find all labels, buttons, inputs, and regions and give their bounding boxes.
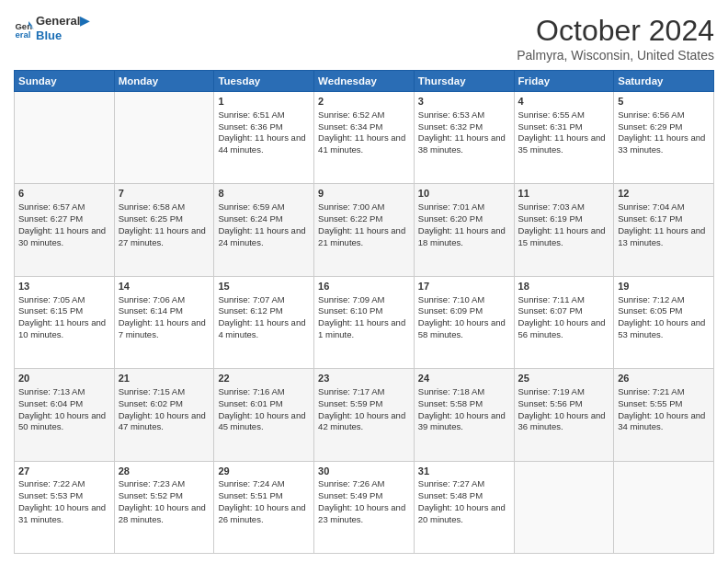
calendar-week-row: 27Sunrise: 7:22 AMSunset: 5:53 PMDayligh… <box>15 461 714 553</box>
weekday-header: Wednesday <box>314 71 415 92</box>
calendar-cell: 25Sunrise: 7:19 AMSunset: 5:56 PMDayligh… <box>514 369 614 461</box>
day-number: 1 <box>218 95 310 109</box>
daylight-text: Daylight: 10 hours and 47 minutes. <box>119 410 210 434</box>
sunset-text: Sunset: 6:36 PM <box>218 121 310 133</box>
logo: Gen eral General▶ Blue <box>14 14 89 42</box>
sunrise-text: Sunrise: 6:51 AM <box>218 109 310 121</box>
calendar-cell: 31Sunrise: 7:27 AMSunset: 5:48 PMDayligh… <box>414 461 514 553</box>
sunset-text: Sunset: 5:48 PM <box>418 490 510 502</box>
daylight-text: Daylight: 10 hours and 23 minutes. <box>318 502 410 526</box>
logo-text: General▶ Blue <box>36 14 89 42</box>
calendar-cell: 5Sunrise: 6:56 AMSunset: 6:29 PMDaylight… <box>614 92 714 184</box>
sunrise-text: Sunrise: 7:06 AM <box>119 294 210 306</box>
day-number: 3 <box>418 95 510 109</box>
calendar-cell: 12Sunrise: 7:04 AMSunset: 6:17 PMDayligh… <box>614 184 714 276</box>
sunrise-text: Sunrise: 6:58 AM <box>119 201 210 213</box>
day-number: 29 <box>218 465 310 478</box>
svg-text:eral: eral <box>15 29 30 38</box>
sunset-text: Sunset: 6:24 PM <box>218 213 310 225</box>
day-number: 18 <box>518 280 610 293</box>
sunrise-text: Sunrise: 7:11 AM <box>518 294 610 306</box>
sunset-text: Sunset: 6:14 PM <box>119 305 210 317</box>
sunset-text: Sunset: 5:59 PM <box>318 398 410 410</box>
sunset-text: Sunset: 6:20 PM <box>418 213 510 225</box>
sunset-text: Sunset: 6:22 PM <box>318 213 410 225</box>
day-number: 12 <box>618 187 710 201</box>
day-number: 30 <box>318 465 410 478</box>
sunrise-text: Sunrise: 7:15 AM <box>119 386 210 398</box>
sunrise-text: Sunrise: 7:24 AM <box>218 478 310 490</box>
sunrise-text: Sunrise: 7:26 AM <box>318 478 410 490</box>
sunset-text: Sunset: 6:25 PM <box>119 213 210 225</box>
sunset-text: Sunset: 5:51 PM <box>218 490 310 502</box>
sunset-text: Sunset: 6:17 PM <box>618 213 710 225</box>
calendar-cell: 29Sunrise: 7:24 AMSunset: 5:51 PMDayligh… <box>214 461 314 553</box>
sunrise-text: Sunrise: 6:53 AM <box>418 109 510 121</box>
daylight-text: Daylight: 10 hours and 36 minutes. <box>518 410 610 434</box>
daylight-text: Daylight: 11 hours and 1 minute. <box>318 317 410 341</box>
calendar-cell: 26Sunrise: 7:21 AMSunset: 5:55 PMDayligh… <box>614 369 714 461</box>
sunset-text: Sunset: 5:55 PM <box>618 398 710 410</box>
daylight-text: Daylight: 10 hours and 56 minutes. <box>518 317 610 341</box>
daylight-text: Daylight: 10 hours and 28 minutes. <box>119 502 210 526</box>
day-number: 14 <box>119 280 210 293</box>
day-number: 17 <box>418 280 510 293</box>
sunrise-text: Sunrise: 7:10 AM <box>418 294 510 306</box>
daylight-text: Daylight: 11 hours and 27 minutes. <box>119 225 210 249</box>
calendar-cell: 17Sunrise: 7:10 AMSunset: 6:09 PMDayligh… <box>414 276 514 368</box>
day-number: 27 <box>18 465 110 478</box>
sunset-text: Sunset: 6:01 PM <box>218 398 310 410</box>
day-number: 24 <box>418 372 510 385</box>
calendar-cell: 19Sunrise: 7:12 AMSunset: 6:05 PMDayligh… <box>614 276 714 368</box>
weekday-header: Tuesday <box>214 71 314 92</box>
sunrise-text: Sunrise: 6:52 AM <box>318 109 410 121</box>
calendar-cell: 14Sunrise: 7:06 AMSunset: 6:14 PMDayligh… <box>114 276 214 368</box>
daylight-text: Daylight: 11 hours and 13 minutes. <box>618 225 710 249</box>
sunrise-text: Sunrise: 7:01 AM <box>418 201 510 213</box>
sunset-text: Sunset: 6:29 PM <box>618 121 710 133</box>
sunrise-text: Sunrise: 6:55 AM <box>518 109 610 121</box>
daylight-text: Daylight: 10 hours and 39 minutes. <box>418 410 510 434</box>
calendar-cell: 3Sunrise: 6:53 AMSunset: 6:32 PMDaylight… <box>414 92 514 184</box>
calendar-cell: 20Sunrise: 7:13 AMSunset: 6:04 PMDayligh… <box>15 369 115 461</box>
calendar-cell: 11Sunrise: 7:03 AMSunset: 6:19 PMDayligh… <box>514 184 614 276</box>
calendar-cell: 21Sunrise: 7:15 AMSunset: 6:02 PMDayligh… <box>114 369 214 461</box>
sunset-text: Sunset: 6:10 PM <box>318 305 410 317</box>
day-number: 9 <box>318 187 410 201</box>
sunset-text: Sunset: 6:27 PM <box>18 213 110 225</box>
sunrise-text: Sunrise: 7:13 AM <box>18 386 110 398</box>
sunset-text: Sunset: 6:09 PM <box>418 305 510 317</box>
sunset-text: Sunset: 6:19 PM <box>518 213 610 225</box>
sunrise-text: Sunrise: 7:19 AM <box>518 386 610 398</box>
calendar-cell: 30Sunrise: 7:26 AMSunset: 5:49 PMDayligh… <box>314 461 415 553</box>
calendar-cell <box>514 461 614 553</box>
day-number: 8 <box>218 187 310 201</box>
day-number: 2 <box>318 95 410 109</box>
sunset-text: Sunset: 6:15 PM <box>18 305 110 317</box>
sunset-text: Sunset: 6:34 PM <box>318 121 410 133</box>
calendar-cell: 2Sunrise: 6:52 AMSunset: 6:34 PMDaylight… <box>314 92 415 184</box>
sunset-text: Sunset: 5:49 PM <box>318 490 410 502</box>
calendar-cell <box>614 461 714 553</box>
weekday-header: Friday <box>514 71 614 92</box>
weekday-header: Sunday <box>15 71 115 92</box>
sunset-text: Sunset: 5:56 PM <box>518 398 610 410</box>
sunset-text: Sunset: 6:05 PM <box>618 305 710 317</box>
day-number: 26 <box>618 372 710 385</box>
sunset-text: Sunset: 6:12 PM <box>218 305 310 317</box>
calendar-week-row: 20Sunrise: 7:13 AMSunset: 6:04 PMDayligh… <box>15 369 714 461</box>
day-number: 20 <box>18 372 110 385</box>
calendar-cell: 15Sunrise: 7:07 AMSunset: 6:12 PMDayligh… <box>214 276 314 368</box>
calendar: SundayMondayTuesdayWednesdayThursdayFrid… <box>14 70 714 554</box>
calendar-cell: 1Sunrise: 6:51 AMSunset: 6:36 PMDaylight… <box>214 92 314 184</box>
sunrise-text: Sunrise: 7:09 AM <box>318 294 410 306</box>
sunset-text: Sunset: 5:58 PM <box>418 398 510 410</box>
sunrise-text: Sunrise: 6:56 AM <box>618 109 710 121</box>
daylight-text: Daylight: 10 hours and 50 minutes. <box>18 410 110 434</box>
day-number: 21 <box>119 372 210 385</box>
logo-icon: Gen eral <box>14 18 34 39</box>
day-number: 5 <box>618 95 710 109</box>
daylight-text: Daylight: 10 hours and 53 minutes. <box>618 317 710 341</box>
sunrise-text: Sunrise: 7:23 AM <box>119 478 210 490</box>
calendar-cell: 9Sunrise: 7:00 AMSunset: 6:22 PMDaylight… <box>314 184 415 276</box>
